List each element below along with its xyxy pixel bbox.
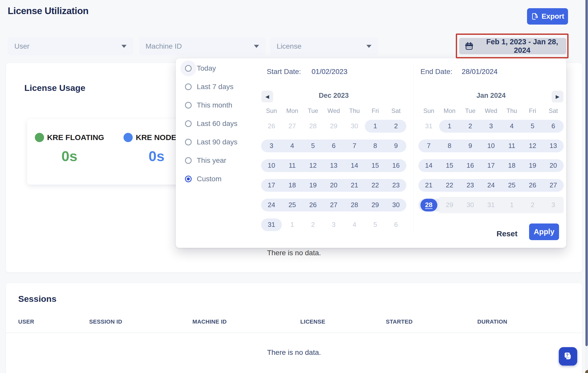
day-cell[interactable]: 20 xyxy=(543,156,564,175)
radio-icon[interactable] xyxy=(185,83,192,90)
day-cell[interactable]: 28 xyxy=(303,116,323,136)
radio-icon[interactable] xyxy=(185,120,192,127)
day-cell[interactable]: 23 xyxy=(386,175,406,195)
day-cell[interactable]: 30 xyxy=(344,116,365,136)
radio-icon[interactable] xyxy=(185,139,192,145)
day-cell[interactable]: 27 xyxy=(282,116,303,136)
machine-id-filter-dropdown[interactable]: Machine ID xyxy=(139,37,266,55)
day-cell[interactable]: 14 xyxy=(418,156,439,175)
day-cell[interactable]: 21 xyxy=(418,175,439,195)
radio-icon[interactable] xyxy=(185,102,192,109)
day-cell[interactable]: 22 xyxy=(439,175,460,195)
day-cell[interactable]: 3 xyxy=(481,116,501,136)
day-cell[interactable]: 30 xyxy=(386,195,406,215)
day-cell[interactable]: 8 xyxy=(439,136,460,156)
day-cell[interactable]: 17 xyxy=(261,175,282,195)
day-cell[interactable]: 13 xyxy=(323,156,344,175)
day-cell[interactable]: 9 xyxy=(460,136,481,156)
day-cell[interactable]: 31 xyxy=(418,116,439,136)
date-range-button[interactable]: Feb 1, 2023 - Jan 28, 2024 xyxy=(459,38,566,54)
scrollbar[interactable] xyxy=(585,0,588,373)
apply-button[interactable]: Apply xyxy=(529,223,559,240)
day-cell[interactable]: 25 xyxy=(282,195,303,215)
day-cell[interactable]: 31 xyxy=(481,195,501,215)
day-cell[interactable]: 6 xyxy=(323,136,344,156)
scrollbar-thumb[interactable] xyxy=(585,0,588,346)
day-cell[interactable]: 30 xyxy=(460,195,481,215)
start-date-value[interactable]: 01/02/2023 xyxy=(312,68,347,76)
day-cell[interactable]: 2 xyxy=(386,116,406,136)
day-cell[interactable]: 5 xyxy=(303,136,323,156)
day-cell[interactable]: 4 xyxy=(501,116,522,136)
day-cell[interactable]: 16 xyxy=(386,156,406,175)
reset-button[interactable]: Reset xyxy=(493,228,521,240)
day-cell[interactable]: 28 xyxy=(344,195,365,215)
day-cell[interactable]: 12 xyxy=(522,136,543,156)
day-cell[interactable]: 27 xyxy=(323,195,344,215)
prev-month-button[interactable]: ◀ xyxy=(261,91,273,102)
day-cell[interactable]: 29 xyxy=(439,195,460,215)
day-cell[interactable]: 26 xyxy=(261,116,282,136)
day-cell[interactable]: 4 xyxy=(344,215,365,235)
day-cell[interactable]: 10 xyxy=(261,156,282,175)
day-cell[interactable]: 10 xyxy=(481,136,501,156)
day-cell[interactable]: 3 xyxy=(543,195,564,215)
day-cell[interactable]: 11 xyxy=(501,136,522,156)
preset-option-last-7-days[interactable]: Last 7 days xyxy=(181,81,238,93)
day-cell[interactable]: 5 xyxy=(522,116,543,136)
day-cell[interactable]: 21 xyxy=(344,175,365,195)
day-cell[interactable]: 3 xyxy=(323,215,344,235)
day-cell[interactable]: 18 xyxy=(501,156,522,175)
preset-option-today[interactable]: Today xyxy=(181,62,238,74)
day-cell[interactable]: 12 xyxy=(303,156,323,175)
day-cell[interactable]: 1 xyxy=(501,195,522,215)
day-cell[interactable]: 24 xyxy=(481,175,501,195)
export-button[interactable]: Export xyxy=(527,8,568,25)
preset-option-last-60-days[interactable]: Last 60 days xyxy=(181,118,238,130)
day-cell[interactable]: 19 xyxy=(522,156,543,175)
help-button[interactable]: ? xyxy=(559,347,577,366)
license-filter-dropdown[interactable]: License xyxy=(270,37,378,55)
day-cell[interactable]: 4 xyxy=(282,136,303,156)
preset-option-last-90-days[interactable]: Last 90 days xyxy=(181,136,238,148)
day-cell[interactable]: 29 xyxy=(323,116,344,136)
preset-option-this-month[interactable]: This month xyxy=(181,99,238,111)
day-cell[interactable]: 2 xyxy=(522,195,543,215)
day-cell[interactable]: 2 xyxy=(303,215,323,235)
day-cell[interactable]: 3 xyxy=(261,136,282,156)
radio-checked-icon[interactable] xyxy=(185,176,192,182)
day-cell[interactable]: 1 xyxy=(282,215,303,235)
day-cell[interactable]: 18 xyxy=(282,175,303,195)
day-cell[interactable]: 15 xyxy=(439,156,460,175)
day-cell[interactable]: 2 xyxy=(460,116,481,136)
day-cell[interactable]: 20 xyxy=(323,175,344,195)
day-cell[interactable]: 31 xyxy=(261,215,282,235)
day-cell[interactable]: 11 xyxy=(282,156,303,175)
day-cell[interactable]: 1 xyxy=(365,116,386,136)
preset-option-custom[interactable]: Custom xyxy=(181,173,238,185)
day-cell[interactable]: 16 xyxy=(460,156,481,175)
day-cell[interactable]: 28 xyxy=(418,195,439,215)
user-filter-dropdown[interactable]: User xyxy=(8,37,133,55)
day-cell[interactable]: 19 xyxy=(303,175,323,195)
day-cell[interactable]: 25 xyxy=(501,175,522,195)
day-cell[interactable]: 9 xyxy=(386,136,406,156)
day-cell[interactable]: 27 xyxy=(543,175,564,195)
day-cell[interactable]: 22 xyxy=(365,175,386,195)
day-cell[interactable]: 26 xyxy=(522,175,543,195)
day-cell[interactable]: 13 xyxy=(543,136,564,156)
preset-option-this-year[interactable]: This year xyxy=(181,155,238,166)
day-cell[interactable]: 17 xyxy=(481,156,501,175)
day-cell[interactable]: 29 xyxy=(365,195,386,215)
day-cell[interactable]: 6 xyxy=(386,215,406,235)
day-cell[interactable]: 8 xyxy=(365,136,386,156)
day-cell[interactable]: 26 xyxy=(303,195,323,215)
day-cell[interactable]: 24 xyxy=(261,195,282,215)
day-cell[interactable]: 14 xyxy=(344,156,365,175)
day-cell[interactable]: 23 xyxy=(460,175,481,195)
end-date-value[interactable]: 28/01/2024 xyxy=(462,68,498,76)
radio-icon[interactable] xyxy=(185,157,192,164)
day-cell[interactable]: 7 xyxy=(418,136,439,156)
day-cell[interactable]: 15 xyxy=(365,156,386,175)
day-cell[interactable]: 7 xyxy=(344,136,365,156)
